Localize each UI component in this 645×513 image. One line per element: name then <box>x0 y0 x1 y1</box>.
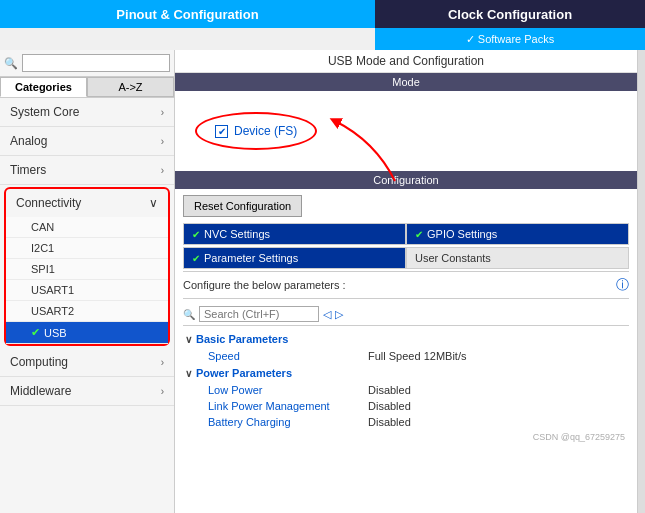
low-power-row: Low Power Disabled <box>183 382 629 398</box>
chevron-down-icon: ∨ <box>185 368 192 379</box>
config-section-label: Configuration <box>175 171 637 189</box>
tab-gpio-settings[interactable]: ✔ GPIO Settings <box>406 223 629 245</box>
sidebar-item-usart1[interactable]: USART1 <box>6 280 168 301</box>
main-content: USB Mode and Configuration Mode ✔ Device… <box>175 50 637 513</box>
tab-a-z[interactable]: A->Z <box>87 77 174 97</box>
config-tabs-row1: ✔ NVC Settings ✔ GPIO Settings <box>183 223 629 245</box>
basic-params-header[interactable]: ∨ Basic Parameters <box>183 330 629 348</box>
sidebar-tabs: Categories A->Z <box>0 77 174 98</box>
sidebar-item-spi1[interactable]: SPI1 <box>6 259 168 280</box>
second-row: ✓ Software Packs <box>0 28 645 50</box>
watermark: CSDN @qq_67259275 <box>183 430 629 444</box>
info-icon[interactable]: ⓘ <box>616 276 629 294</box>
chevron-down-icon: ∨ <box>185 334 192 345</box>
params-search-row: 🔍 ◁ ▷ <box>183 303 629 326</box>
search-icon-small: 🔍 <box>183 309 195 320</box>
chevron-right-icon: › <box>161 107 164 118</box>
check-icon: ✔ <box>192 253 200 264</box>
scrollbar[interactable] <box>637 50 645 513</box>
link-power-row: Link Power Management Disabled <box>183 398 629 414</box>
reset-config-button[interactable]: Reset Configuration <box>183 195 302 217</box>
clock-config-title: Clock Configuration <box>375 0 645 28</box>
params-search-input[interactable] <box>199 306 319 322</box>
params-label-row: Configure the below parameters : ⓘ <box>183 271 629 299</box>
device-fs-checkbox[interactable]: ✔ <box>215 125 228 138</box>
prev-arrow-icon[interactable]: ◁ <box>323 308 331 321</box>
chevron-right-icon: › <box>161 386 164 397</box>
chevron-down-icon: ∨ <box>149 196 158 210</box>
tab-parameter-settings[interactable]: ✔ Parameter Settings <box>183 247 406 269</box>
sidebar-search-input[interactable] <box>22 54 170 72</box>
connectivity-sub-items: CAN I2C1 SPI1 USART1 USART2 ✔ USB <box>6 217 168 344</box>
main-layout: 🔍 ⚙ Categories A->Z System Core › Analog… <box>0 50 645 513</box>
sidebar: 🔍 ⚙ Categories A->Z System Core › Analog… <box>0 50 175 513</box>
tab-user-constants[interactable]: User Constants <box>406 247 629 269</box>
connectivity-group: Connectivity ∨ CAN I2C1 SPI1 USART1 USAR… <box>4 187 170 346</box>
software-packs[interactable]: ✓ Software Packs <box>375 28 645 50</box>
second-row-left <box>0 28 375 50</box>
sidebar-item-analog[interactable]: Analog › <box>0 127 174 156</box>
config-content: Reset Configuration ✔ NVC Settings ✔ GPI… <box>175 189 637 450</box>
sidebar-item-usb[interactable]: ✔ USB <box>6 322 168 344</box>
chevron-right-icon: › <box>161 357 164 368</box>
check-icon: ✔ <box>192 229 200 240</box>
config-tabs-row2: ✔ Parameter Settings User Constants <box>183 247 629 269</box>
sidebar-item-i2c1[interactable]: I2C1 <box>6 238 168 259</box>
device-fs-group: ✔ Device (FS) <box>195 112 317 150</box>
sidebar-item-connectivity[interactable]: Connectivity ∨ <box>6 189 168 217</box>
battery-row: Battery Charging Disabled <box>183 414 629 430</box>
sidebar-item-usart2[interactable]: USART2 <box>6 301 168 322</box>
sidebar-item-can[interactable]: CAN <box>6 217 168 238</box>
usb-title: USB Mode and Configuration <box>175 50 637 73</box>
next-arrow-icon[interactable]: ▷ <box>335 308 343 321</box>
sidebar-search-row: 🔍 ⚙ <box>0 50 174 77</box>
params-label: Configure the below parameters : <box>183 279 612 291</box>
sidebar-item-system-core[interactable]: System Core › <box>0 98 174 127</box>
pinout-config-title: Pinout & Configuration <box>0 0 375 28</box>
sidebar-item-timers[interactable]: Timers › <box>0 156 174 185</box>
check-icon: ✔ <box>415 229 423 240</box>
tab-nvc-settings[interactable]: ✔ NVC Settings <box>183 223 406 245</box>
sidebar-item-computing[interactable]: Computing › <box>0 348 174 377</box>
search-icon: 🔍 <box>4 57 18 70</box>
speed-row: Speed Full Speed 12MBit/s <box>183 348 629 364</box>
top-header: Pinout & Configuration Clock Configurati… <box>0 0 645 28</box>
mode-section-label: Mode <box>175 73 637 91</box>
mode-content: ✔ Device (FS) <box>175 91 637 171</box>
tab-categories[interactable]: Categories <box>0 77 87 97</box>
power-params-header[interactable]: ∨ Power Parameters <box>183 364 629 382</box>
device-fs-label: Device (FS) <box>234 124 297 138</box>
chevron-right-icon: › <box>161 136 164 147</box>
sidebar-item-middleware[interactable]: Middleware › <box>0 377 174 406</box>
check-icon: ✔ <box>31 326 40 339</box>
check-icon: ✔ <box>218 126 226 137</box>
sidebar-items: System Core › Analog › Timers › Connecti… <box>0 98 174 513</box>
chevron-right-icon: › <box>161 165 164 176</box>
